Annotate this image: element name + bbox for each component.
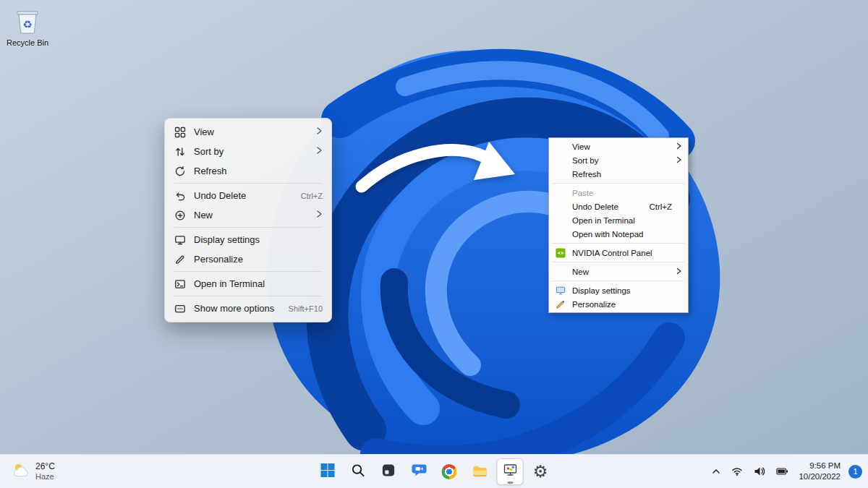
menu-separator — [174, 296, 322, 296]
menu-item-label: Undo Delete — [194, 190, 293, 201]
task-view-icon — [381, 463, 396, 481]
settings-button[interactable]: ⚙ — [527, 458, 554, 485]
menu-item-label: Undo Delete — [572, 202, 618, 211]
taskbar: 26°C Haze — [0, 454, 868, 488]
menu-item-label: Refresh — [194, 166, 323, 176]
menu-item-view[interactable]: View — [168, 122, 328, 142]
wifi-icon[interactable] — [729, 464, 745, 479]
menu-item-shortcut: Ctrl+Z — [301, 192, 323, 200]
show-more-options-icon — [174, 302, 186, 314]
chrome-icon — [442, 464, 457, 479]
personalize-icon — [555, 299, 566, 310]
battery-icon[interactable] — [774, 465, 791, 478]
chat-button[interactable] — [406, 458, 433, 485]
display-settings-icon — [174, 234, 186, 246]
chevron-right-icon — [676, 142, 682, 151]
menu-item-nvidia-control-panel[interactable]: NVIDIA Control Panel — [550, 246, 686, 260]
menu-item-view[interactable]: View — [550, 140, 686, 153]
desktop: ♻ Recycle Bin View Sort by Refresh Undo … — [0, 0, 868, 488]
screenshot-app-icon — [502, 462, 518, 481]
menu-item-label: Display settings — [194, 234, 323, 245]
chevron-right-icon — [676, 156, 682, 165]
refresh-icon — [174, 165, 186, 177]
menu-item-paste: Paste — [550, 186, 686, 200]
menu-item-undo-delete[interactable]: Undo Delete Ctrl+Z — [168, 186, 328, 205]
recycle-bin-icon: ♻ — [13, 25, 42, 37]
menu-item-label: View — [572, 142, 590, 151]
notification-badge[interactable]: 1 — [848, 465, 862, 479]
menu-item-open-in-terminal[interactable]: Open in Terminal — [168, 274, 328, 294]
menu-item-sort-by[interactable]: Sort by — [168, 142, 328, 161]
screenshot-app-button[interactable] — [497, 458, 524, 485]
system-tray: 9:56 PM 10/20/2022 1 — [710, 455, 862, 488]
menu-item-label: Display settings — [572, 286, 631, 295]
file-explorer-button[interactable] — [467, 458, 493, 485]
wallpaper — [0, 0, 868, 488]
menu-item-label: View — [194, 127, 308, 137]
menu-item-open-with-notepad[interactable]: Open with Notepad — [550, 227, 686, 241]
menu-item-label: Paste — [572, 189, 593, 197]
tray-chevron-up-icon[interactable] — [710, 466, 723, 477]
clock[interactable]: 9:56 PM 10/20/2022 — [797, 458, 842, 484]
menu-item-sort-by[interactable]: Sort by — [550, 153, 686, 167]
menu-item-undo-delete[interactable]: Undo Delete Ctrl+Z — [550, 200, 686, 213]
search-icon — [351, 463, 366, 481]
terminal-icon — [174, 278, 186, 290]
menu-item-new[interactable]: New — [168, 205, 328, 225]
clock-date: 10/20/2022 — [799, 471, 841, 482]
menu-item-shortcut: Shift+F10 — [289, 304, 323, 313]
menu-item-label: Personalize — [194, 254, 323, 265]
svg-text:♻: ♻ — [22, 18, 32, 30]
undo-icon — [174, 189, 186, 202]
menu-separator — [552, 243, 685, 244]
display-icon — [555, 285, 566, 296]
menu-separator — [552, 262, 685, 262]
menu-item-label: Show more options — [194, 303, 281, 314]
clock-time: 9:56 PM — [799, 461, 841, 471]
menu-item-label: Sort by — [194, 146, 308, 157]
menu-item-label: New — [194, 210, 308, 221]
sun-cloud-icon — [12, 461, 30, 481]
chrome-button[interactable] — [436, 458, 463, 485]
menu-item-display-settings[interactable]: Display settings — [168, 230, 328, 249]
chevron-right-icon — [316, 127, 323, 137]
sort-icon — [174, 145, 186, 158]
windows-logo-icon — [320, 463, 336, 481]
recycle-bin-shortcut[interactable]: ♻ Recycle Bin — [6, 6, 49, 47]
menu-item-personalize[interactable]: Personalize — [550, 297, 686, 311]
menu-item-label: Open with Notepad — [572, 230, 643, 239]
search-button[interactable] — [345, 458, 372, 485]
menu-item-label: Sort by — [572, 156, 598, 165]
chevron-right-icon — [676, 267, 682, 276]
menu-item-open-in-terminal[interactable]: Open in Terminal — [550, 213, 686, 227]
menu-separator — [552, 281, 685, 281]
menu-item-personalize[interactable]: Personalize — [168, 249, 328, 269]
new-icon — [174, 209, 186, 221]
file-explorer-icon — [472, 463, 488, 480]
menu-item-label: Refresh — [572, 170, 601, 179]
volume-icon[interactable] — [752, 464, 767, 479]
weather-condition: Haze — [35, 472, 55, 481]
menu-item-display-settings[interactable]: Display settings — [550, 283, 686, 297]
start-button[interactable] — [315, 458, 341, 485]
task-view-button[interactable] — [375, 458, 402, 485]
menu-item-label: NVIDIA Control Panel — [572, 249, 652, 257]
gear-icon: ⚙ — [533, 463, 548, 480]
menu-separator — [552, 183, 685, 184]
menu-item-refresh[interactable]: Refresh — [168, 161, 328, 181]
nvidia-icon — [555, 247, 566, 259]
menu-item-shortcut: Ctrl+Z — [649, 202, 681, 211]
menu-item-new[interactable]: New — [550, 265, 686, 278]
chevron-right-icon — [316, 210, 323, 221]
menu-item-label: Open in Terminal — [194, 278, 323, 289]
recycle-bin-label: Recycle Bin — [6, 38, 49, 47]
menu-item-show-more-options[interactable]: Show more options Shift+F10 — [168, 299, 328, 318]
taskbar-app-icons: ⚙ — [315, 455, 554, 488]
weather-widget[interactable]: 26°C Haze — [6, 455, 61, 488]
menu-item-label: Personalize — [572, 300, 616, 309]
view-icon — [174, 126, 186, 138]
menu-item-refresh[interactable]: Refresh — [550, 167, 686, 181]
chevron-right-icon — [316, 146, 323, 157]
menu-item-label: Open in Terminal — [572, 216, 635, 225]
context-menu-modern: View Sort by Refresh Undo Delete Ctrl+Z … — [164, 118, 332, 322]
